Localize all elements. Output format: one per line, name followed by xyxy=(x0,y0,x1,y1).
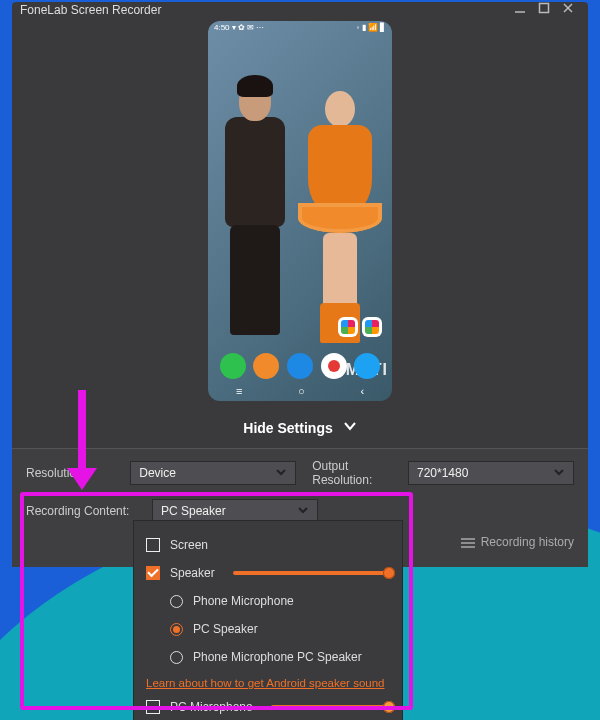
speaker-label: Speaker xyxy=(170,566,215,580)
nav-home-icon: ○ xyxy=(298,385,305,397)
chevron-down-icon xyxy=(553,466,565,481)
nav-back-icon: ‹ xyxy=(360,385,364,397)
chevron-down-icon xyxy=(275,466,287,481)
phone-mic-pc-speaker-label: Phone Microphone PC Speaker xyxy=(193,650,362,664)
phone-mic-label: Phone Microphone xyxy=(193,594,294,608)
pc-microphone-option[interactable]: PC Microphone xyxy=(146,693,390,720)
output-resolution-value: 720*1480 xyxy=(417,466,468,480)
figure-female xyxy=(295,91,385,341)
phone-statusbar: 4:50 ▾ ✿ ✉ ⋯ ◦ ▮ 📶 ▋ xyxy=(208,21,392,37)
resolution-select[interactable]: Device xyxy=(130,461,296,485)
phone-icon xyxy=(220,353,246,379)
messages-icon xyxy=(287,353,313,379)
phone-status-right: ◦ ▮ 📶 ▋ xyxy=(356,23,386,35)
phone-status-left: 4:50 ▾ ✿ ✉ ⋯ xyxy=(214,23,264,35)
hide-settings-label: Hide Settings xyxy=(243,420,332,436)
screen-option[interactable]: Screen xyxy=(146,531,390,559)
hide-settings-toggle[interactable]: Hide Settings xyxy=(12,409,588,448)
nav-recent-icon: ≡ xyxy=(236,385,242,397)
screen-label: Screen xyxy=(170,538,208,552)
phone-dock xyxy=(208,353,392,379)
wallpaper-figures xyxy=(208,51,392,341)
checkbox-unchecked-icon[interactable] xyxy=(146,700,160,714)
recording-history-label: Recording history xyxy=(481,535,574,549)
phone-navbar: ≡ ○ ‹ xyxy=(208,385,392,397)
phone-mic-pc-speaker-option[interactable]: Phone Microphone PC Speaker xyxy=(146,643,390,671)
resolution-row: Resolution: Device Output Resolution: 72… xyxy=(26,459,574,487)
close-button[interactable] xyxy=(556,2,580,17)
minimize-button[interactable] xyxy=(508,2,532,17)
chevron-down-icon xyxy=(343,419,357,436)
figure-male xyxy=(215,81,295,341)
widget-icon xyxy=(338,317,358,337)
recording-content-dropdown: Screen Speaker Phone Microphone PC Speak… xyxy=(133,520,403,720)
recording-content-label: Recording Content: xyxy=(26,504,136,518)
app-window: FoneLab Screen Recorder 4:50 ▾ ✿ ✉ ⋯ ◦ ▮… xyxy=(12,2,588,567)
output-resolution-label: Output Resolution: xyxy=(312,459,392,487)
radio-unchecked-icon[interactable] xyxy=(170,651,183,664)
phone-mic-option[interactable]: Phone Microphone xyxy=(146,587,390,615)
pc-microphone-label: PC Microphone xyxy=(170,700,253,714)
speaker-volume-slider[interactable] xyxy=(233,571,390,575)
pc-microphone-volume-slider[interactable] xyxy=(271,705,390,709)
speaker-option[interactable]: Speaker xyxy=(146,559,390,587)
twitter-icon xyxy=(354,353,380,379)
learn-android-speaker-link[interactable]: Learn about how to get Android speaker s… xyxy=(146,671,390,693)
resolution-label: Resolution: xyxy=(26,466,114,480)
pc-speaker-label: PC Speaker xyxy=(193,622,258,636)
radio-unchecked-icon[interactable] xyxy=(170,595,183,608)
phone-widgets xyxy=(338,317,382,337)
contacts-icon xyxy=(253,353,279,379)
app-title: FoneLab Screen Recorder xyxy=(20,3,161,17)
widget-icon xyxy=(362,317,382,337)
pc-speaker-option[interactable]: PC Speaker xyxy=(146,615,390,643)
titlebar: FoneLab Screen Recorder xyxy=(12,2,588,17)
svg-rect-1 xyxy=(540,4,549,13)
record-icon xyxy=(321,353,347,379)
output-resolution-select[interactable]: 720*1480 xyxy=(408,461,574,485)
recording-content-value: PC Speaker xyxy=(161,504,226,518)
maximize-button[interactable] xyxy=(532,2,556,17)
phone-preview-area: 4:50 ▾ ✿ ✉ ⋯ ◦ ▮ 📶 ▋ xyxy=(12,17,588,409)
chevron-down-icon xyxy=(297,504,309,519)
phone-preview: 4:50 ▾ ✿ ✉ ⋯ ◦ ▮ 📶 ▋ xyxy=(208,21,392,401)
resolution-value: Device xyxy=(139,466,176,480)
checkbox-unchecked-icon[interactable] xyxy=(146,538,160,552)
list-icon xyxy=(461,537,475,547)
recording-history-button[interactable]: Recording history xyxy=(461,535,574,549)
checkbox-checked-icon[interactable] xyxy=(146,566,160,580)
radio-checked-icon[interactable] xyxy=(170,623,183,636)
